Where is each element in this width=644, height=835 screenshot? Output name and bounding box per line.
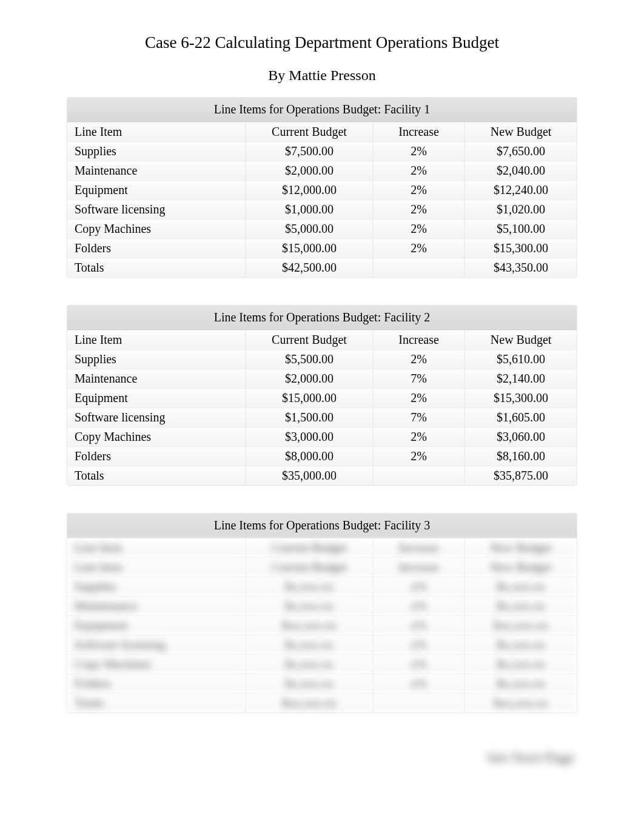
cell-newb: $1,605.00 [465,408,577,428]
cell-current: $2,000.00 [246,161,373,181]
cell-newb: $x,xxx.xx [465,577,577,597]
totals-row: Totals$35,000.00$35,875.00 [67,466,577,486]
cell-increase: 2% [373,428,465,447]
cell-current: $x,xxx.xx [246,577,373,597]
cell-name: Maintenance [67,161,246,181]
cell-increase: x% [373,635,465,655]
cell-current: $2,000.00 [246,369,373,389]
col-header-current: Current Budget [246,330,373,350]
cell-newb: $2,140.00 [465,369,577,389]
col-header-increase: Increase [373,330,465,350]
table-caption: Line Items for Operations Budget: Facili… [67,306,577,330]
cell-name: Software licensing [67,408,246,428]
cell-current: $x,xxx.xx [246,674,373,694]
table-row: Maintenance$2,000.007%$2,140.00 [67,369,577,389]
totals-cell-current: $xx,xxx.xx [246,694,373,713]
cell-name: Copy Machines [67,655,246,674]
cell-increase: x% [373,577,465,597]
cell-current: Current Budget [246,558,373,577]
totals-cell-newb: $xx,xxx.xx [465,694,577,713]
col-header-name: Line Item [67,330,246,350]
cell-name: Maintenance [67,597,246,616]
cell-name: Line Item [67,558,246,577]
table-row: Folders$15,000.002%$15,300.00 [67,239,577,258]
table-header-row: Line ItemCurrent BudgetIncreaseNew Budge… [67,330,577,350]
cell-increase: x% [373,674,465,694]
cell-name: Copy Machines [67,428,246,447]
cell-current: $5,500.00 [246,350,373,369]
col-header-increase: Increase [373,538,465,558]
cell-increase: x% [373,616,465,635]
totals-cell-current: $35,000.00 [246,466,373,486]
tables-container: Line Items for Operations Budget: Facili… [55,97,589,713]
cell-newb: $x,xxx.xx [465,597,577,616]
col-header-current: Current Budget [246,538,373,558]
cell-newb: New Budget [465,558,577,577]
cell-increase: 2% [373,239,465,258]
cell-current: $x,xxx.xx [246,597,373,616]
table-row: Equipment$xx,xxx.xxx%$xx,xxx.xx [67,616,577,635]
cell-increase: 2% [373,142,465,161]
cell-newb: $5,610.00 [465,350,577,369]
cell-increase: 2% [373,200,465,220]
col-header-increase: Increase [373,122,465,142]
table-row: Software licensing$x,xxx.xxx%$x,xxx.xx [67,635,577,655]
table-row: Maintenance$2,000.002%$2,040.00 [67,161,577,181]
cell-newb: $x,xxx.xx [465,655,577,674]
byline: By Mattie Presson [55,67,589,84]
totals-cell-name: Totals [67,258,246,278]
table-row: Supplies$7,500.002%$7,650.00 [67,142,577,161]
table-row: Copy Machines$5,000.002%$5,100.00 [67,220,577,239]
cell-current: $5,000.00 [246,220,373,239]
cell-newb: $15,300.00 [465,239,577,258]
cell-increase: 2% [373,389,465,408]
cell-increase: 7% [373,369,465,389]
cell-current: $15,000.00 [246,389,373,408]
cell-newb: $15,300.00 [465,389,577,408]
cell-newb: $x,xxx.xx [465,635,577,655]
table: Line Items for Operations Budget: Facili… [67,514,577,713]
cell-name: Folders [67,447,246,466]
col-header-newb: New Budget [465,538,577,558]
table: Line Items for Operations Budget: Facili… [67,306,577,485]
totals-row: Totals$xx,xxx.xx$xx,xxx.xx [67,694,577,713]
totals-cell-current: $42,500.00 [246,258,373,278]
cell-name: Equipment [67,616,246,635]
cell-increase: 7% [373,408,465,428]
table-row: Supplies$x,xxx.xxx%$x,xxx.xx [67,577,577,597]
budget-table-facility-2: Line Items for Operations Budget: Facili… [67,305,577,486]
table: Line Items for Operations Budget: Facili… [67,98,577,277]
cell-newb: $12,240.00 [465,181,577,200]
cell-name: Supplies [67,142,246,161]
budget-table-facility-3: Line Items for Operations Budget: Facili… [67,513,577,713]
totals-cell-increase [373,466,465,486]
cell-newb: $5,100.00 [465,220,577,239]
table-row: Equipment$15,000.002%$15,300.00 [67,389,577,408]
cell-current: $xx,xxx.xx [246,616,373,635]
cell-name: Supplies [67,577,246,597]
cell-increase: 2% [373,161,465,181]
cell-newb: $xx,xxx.xx [465,616,577,635]
table-header-row: Line ItemCurrent BudgetIncreaseNew Budge… [67,122,577,142]
cell-name: Equipment [67,181,246,200]
table-caption: Line Items for Operations Budget: Facili… [67,514,577,538]
cell-name: Maintenance [67,369,246,389]
cell-increase: 2% [373,447,465,466]
table-row: Software licensing$1,000.002%$1,020.00 [67,200,577,220]
table-caption: Line Items for Operations Budget: Facili… [67,98,577,122]
table-row: Line ItemCurrent BudgetIncreaseNew Budge… [67,558,577,577]
cell-current: $7,500.00 [246,142,373,161]
table-row: Software licensing$1,500.007%$1,605.00 [67,408,577,428]
cell-newb: $2,040.00 [465,161,577,181]
table-row: Copy Machines$3,000.002%$3,060.00 [67,428,577,447]
cell-increase: 2% [373,220,465,239]
cell-newb: $8,160.00 [465,447,577,466]
col-header-current: Current Budget [246,122,373,142]
cell-name: Copy Machines [67,220,246,239]
totals-cell-name: Totals [67,466,246,486]
table-row: Maintenance$x,xxx.xxx%$x,xxx.xx [67,597,577,616]
budget-table-facility-1: Line Items for Operations Budget: Facili… [67,97,577,278]
cell-name: Software licensing [67,635,246,655]
cell-increase: x% [373,597,465,616]
cell-name: Equipment [67,389,246,408]
